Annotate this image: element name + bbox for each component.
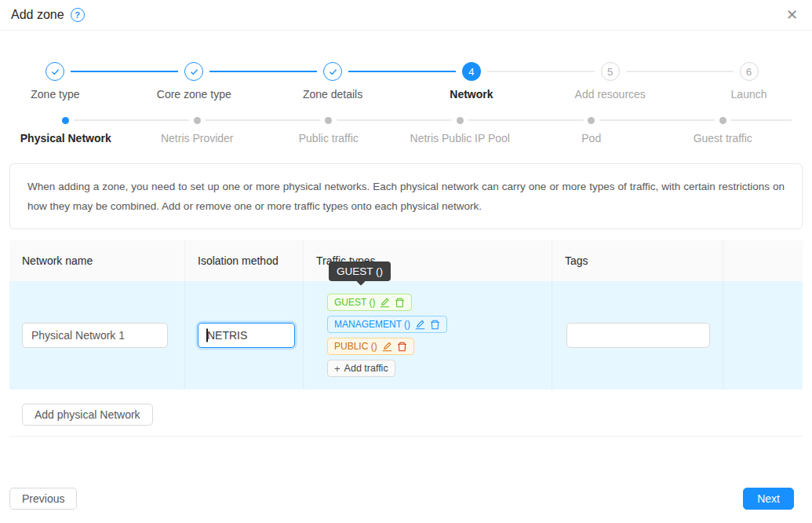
substep-public-traffic: Public traffic <box>263 116 395 144</box>
cell-tags <box>552 281 723 390</box>
table-header-row: Network name Isolation method Traffic ty… <box>9 240 803 281</box>
step-zone-type: Zone type <box>0 62 125 101</box>
traffic-chip-public: PUBLIC () <box>327 338 414 355</box>
plus-icon: + <box>334 363 340 375</box>
cell-actions <box>723 281 803 390</box>
network-sub-stepper: Physical Network Netris Provider Public … <box>0 116 788 144</box>
substep-netris-provider: Netris Provider <box>132 116 264 144</box>
guest-traffic-tooltip: GUEST () <box>329 262 391 281</box>
add-physical-network-button[interactable]: Add physical Network <box>22 404 153 426</box>
help-icon[interactable]: ? <box>71 8 85 22</box>
dialog-header: Add zone ? ✕ <box>0 0 812 31</box>
traffic-chip-label: PUBLIC () <box>334 341 377 352</box>
step-label: Network <box>402 88 541 101</box>
substep-label: Public traffic <box>263 132 395 144</box>
step-dot <box>194 117 201 124</box>
step-label: Add resources <box>541 88 679 101</box>
check-icon <box>189 67 199 77</box>
delete-icon[interactable] <box>395 298 405 308</box>
step-zone-details: Zone details <box>264 62 402 101</box>
column-header-network-name: Network name <box>9 240 185 281</box>
cell-traffic-types: GUEST () MANAGEMENT () PUBLIC () <box>304 281 552 390</box>
check-icon <box>50 67 60 77</box>
step-launch: 6 Launch <box>679 62 812 101</box>
substep-label: Pod <box>526 132 657 144</box>
step-label: Core zone type <box>125 88 264 101</box>
step-number: 6 <box>746 66 752 78</box>
tags-input[interactable] <box>566 323 710 348</box>
add-traffic-label: Add traffic <box>344 363 388 374</box>
step-number-circle: 4 <box>462 62 481 81</box>
step-number-circle: 5 <box>601 62 620 81</box>
step-label: Zone details <box>264 88 402 101</box>
dialog-title: Add zone <box>11 8 64 22</box>
isolation-method-input[interactable] <box>198 323 295 348</box>
step-label: Zone type <box>0 88 125 101</box>
add-traffic-button[interactable]: + Add traffic <box>327 360 395 377</box>
physical-networks-table: GUEST () Network name Isolation method T… <box>9 240 803 437</box>
traffic-chip-management: MANAGEMENT () <box>327 316 447 333</box>
traffic-chip-guest: GUEST () <box>327 294 412 311</box>
wizard-stepper: Zone type Core zone type Zone details 4 … <box>0 31 812 144</box>
column-header-actions <box>723 240 803 281</box>
step-number: 4 <box>468 66 474 78</box>
text-caret <box>206 329 208 342</box>
table-row: GUEST () MANAGEMENT () PUBLIC () <box>9 281 803 390</box>
edit-icon[interactable] <box>415 320 425 330</box>
previous-button[interactable]: Previous <box>9 488 77 510</box>
step-label: Launch <box>679 88 812 101</box>
step-dot <box>62 117 69 124</box>
step-add-resources: 5 Add resources <box>541 62 679 101</box>
wizard-footer: Previous Next <box>9 488 794 510</box>
substep-physical-network: Physical Network <box>0 116 132 144</box>
substep-pod: Pod <box>526 116 657 144</box>
substep-netris-public-ip-pool: Netris Public IP Pool <box>395 116 526 144</box>
step-check-circle <box>184 62 203 81</box>
substep-label: Physical Network <box>0 132 132 144</box>
substep-label: Guest traffic <box>657 132 789 144</box>
delete-icon[interactable] <box>430 320 440 330</box>
check-icon <box>328 67 338 77</box>
step-network: 4 Network <box>402 62 541 101</box>
traffic-chip-label: GUEST () <box>334 297 375 308</box>
edit-icon[interactable] <box>380 298 390 308</box>
column-header-tags: Tags <box>552 240 723 281</box>
info-banner: When adding a zone, you need to set up o… <box>9 163 803 229</box>
next-button[interactable]: Next <box>743 488 794 510</box>
step-dot <box>457 117 464 124</box>
close-icon[interactable]: ✕ <box>783 6 801 24</box>
cell-isolation-method <box>185 281 304 390</box>
step-core-zone-type: Core zone type <box>125 62 264 101</box>
delete-icon[interactable] <box>397 342 407 352</box>
step-dot <box>588 117 595 124</box>
step-dot <box>719 117 726 124</box>
step-check-circle <box>323 62 342 81</box>
step-dot <box>325 117 332 124</box>
table-footer-row: Add physical Network <box>9 390 803 436</box>
cell-network-name <box>9 281 185 390</box>
traffic-chip-label: MANAGEMENT () <box>334 319 410 330</box>
column-header-isolation-method: Isolation method <box>185 240 304 281</box>
step-number: 5 <box>607 66 613 78</box>
network-name-input[interactable] <box>22 323 168 348</box>
step-check-circle <box>46 62 64 81</box>
substep-guest-traffic: Guest traffic <box>657 116 789 144</box>
substep-label: Netris Public IP Pool <box>395 132 526 144</box>
step-number-circle: 6 <box>740 62 759 81</box>
substep-label: Netris Provider <box>132 132 264 144</box>
edit-icon[interactable] <box>382 342 392 352</box>
